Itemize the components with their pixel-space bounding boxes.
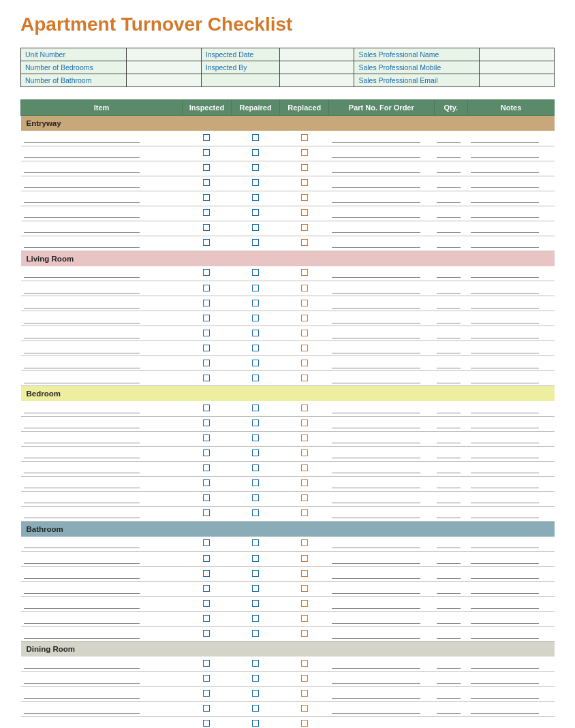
table-row bbox=[21, 176, 555, 191]
section-header-entryway: Entryway bbox=[21, 116, 555, 131]
table-row bbox=[21, 671, 555, 686]
table-row bbox=[21, 476, 555, 491]
table-row bbox=[21, 161, 555, 176]
inspected-date-value[interactable] bbox=[279, 48, 354, 61]
table-row bbox=[21, 311, 555, 326]
sales-email-label: Sales Professional Email bbox=[354, 74, 480, 87]
col-header-partno: Part No. For Order bbox=[329, 100, 434, 116]
section-header-living-room: Living Room bbox=[21, 251, 555, 266]
table-row bbox=[21, 416, 555, 431]
table-row bbox=[21, 326, 555, 341]
table-row bbox=[21, 506, 555, 521]
table-row bbox=[21, 491, 555, 506]
table-row bbox=[21, 371, 555, 386]
empty-value bbox=[279, 74, 354, 87]
table-row bbox=[21, 131, 555, 146]
col-header-qty: Qty. bbox=[434, 100, 468, 116]
table-row bbox=[21, 716, 555, 728]
sales-email-value[interactable] bbox=[480, 74, 555, 87]
bedrooms-label: Number of Bedrooms bbox=[21, 61, 127, 74]
table-row bbox=[21, 146, 555, 161]
table-row bbox=[21, 686, 555, 701]
page-title: Apartment Turnover Checklist bbox=[20, 14, 555, 35]
sales-mobile-value[interactable] bbox=[480, 61, 555, 74]
sales-name-label: Sales Professional Name bbox=[354, 48, 480, 61]
inspected-date-label: Inspected Date bbox=[201, 48, 279, 61]
table-row bbox=[21, 567, 555, 582]
table-row bbox=[21, 612, 555, 627]
table-row bbox=[21, 356, 555, 371]
inspected-by-value[interactable] bbox=[279, 61, 354, 74]
section-header-bedroom: Bedroom bbox=[21, 386, 555, 402]
checklist-table: Item Inspected Repaired Replaced Part No… bbox=[20, 99, 555, 728]
table-row bbox=[21, 537, 555, 552]
sales-mobile-label: Sales Professional Mobile bbox=[354, 61, 480, 74]
bathroom-label: Number of Bathroom bbox=[21, 74, 127, 87]
unit-number-value[interactable] bbox=[126, 48, 201, 61]
table-row bbox=[21, 597, 555, 612]
table-row bbox=[21, 296, 555, 311]
empty-label bbox=[201, 74, 279, 87]
info-table: Unit Number Inspected Date Sales Profess… bbox=[20, 48, 555, 87]
table-row bbox=[21, 701, 555, 716]
col-header-item: Item bbox=[21, 100, 183, 116]
bedrooms-value[interactable] bbox=[126, 61, 201, 74]
col-header-notes: Notes bbox=[468, 100, 555, 116]
unit-number-label: Unit Number bbox=[21, 48, 127, 61]
table-row bbox=[21, 552, 555, 567]
col-header-replaced: Replaced bbox=[280, 100, 329, 116]
table-row bbox=[21, 266, 555, 281]
inspected-by-label: Inspected By bbox=[201, 61, 279, 74]
table-row bbox=[21, 236, 555, 251]
sales-name-value[interactable] bbox=[480, 48, 555, 61]
table-row bbox=[21, 191, 555, 206]
bathroom-value[interactable] bbox=[126, 74, 201, 87]
table-row bbox=[21, 582, 555, 597]
table-row bbox=[21, 401, 555, 416]
table-row bbox=[21, 281, 555, 296]
table-row bbox=[21, 446, 555, 461]
col-header-repaired: Repaired bbox=[231, 100, 280, 116]
section-header-dining-room: Dining Room bbox=[21, 642, 555, 657]
table-row bbox=[21, 627, 555, 642]
section-header-bathroom: Bathroom bbox=[21, 521, 555, 537]
table-row bbox=[21, 431, 555, 446]
table-row bbox=[21, 461, 555, 476]
table-row bbox=[21, 221, 555, 236]
table-row bbox=[21, 206, 555, 221]
col-header-inspected: Inspected bbox=[183, 100, 232, 116]
table-row bbox=[21, 341, 555, 356]
table-row bbox=[21, 656, 555, 671]
